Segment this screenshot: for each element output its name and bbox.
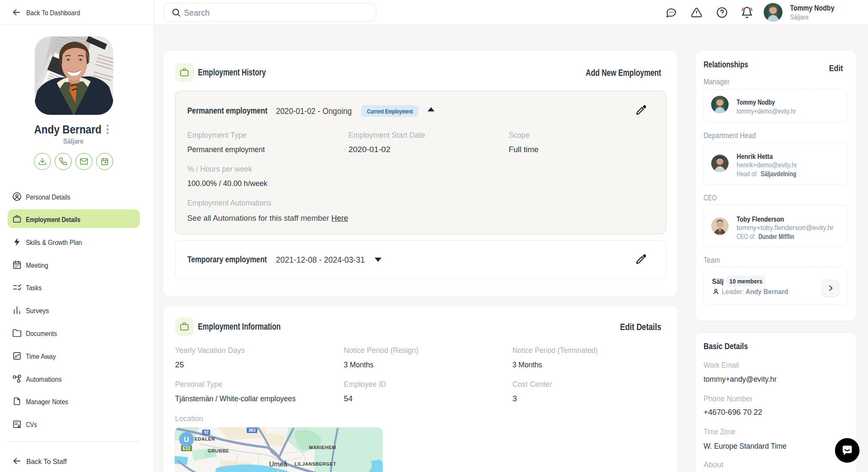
svg-text:LILJANSBERGET: LILJANSBERGET [295,461,336,466]
svg-text:MARIEHEM: MARIEHEM [309,445,336,450]
svg-text:363: 363 [248,428,256,433]
svg-text:Umeå: Umeå [269,461,287,468]
svg-text:92: 92 [204,430,209,435]
svg-text:E12: E12 [183,446,190,451]
svg-text:GRUBBE: GRUBBE [208,448,229,453]
svg-text:EDALEN: EDALEN [195,436,215,441]
svg-text:U: U [184,436,189,444]
